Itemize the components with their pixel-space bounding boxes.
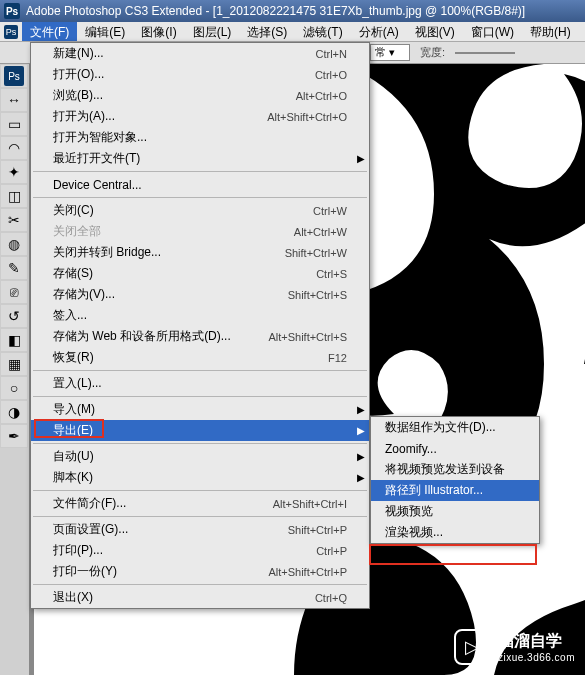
menu-image[interactable]: 图像(I) xyxy=(133,22,184,41)
options-dropdown[interactable]: 常 ▾ xyxy=(370,44,410,61)
submenu-arrow-icon: ▶ xyxy=(357,472,365,483)
menu-item-label: 存储为 Web 和设备所用格式(D)... xyxy=(53,328,231,345)
menu-ps-icon[interactable]: Ps xyxy=(0,22,22,41)
export-menu-item[interactable]: 将视频预览发送到设备 xyxy=(371,459,539,480)
crop-tool-icon[interactable]: ◫ xyxy=(0,184,28,208)
menu-shortcut: Ctrl+P xyxy=(316,545,347,557)
menu-shortcut: Alt+Ctrl+O xyxy=(296,90,347,102)
file-menu-item[interactable]: 新建(N)...Ctrl+N xyxy=(31,43,369,64)
file-menu-item[interactable]: 签入... xyxy=(31,305,369,326)
marquee-tool-icon[interactable]: ▭ xyxy=(0,112,28,136)
file-menu-item[interactable]: 文件简介(F)...Alt+Shift+Ctrl+I xyxy=(31,493,369,514)
menu-item-label: 打开为智能对象... xyxy=(53,129,147,146)
menu-view[interactable]: 视图(V) xyxy=(407,22,463,41)
watermark: ▷ 溜溜自学 zixue.3d66.com xyxy=(454,629,575,665)
move-tool-icon[interactable]: ↔ xyxy=(0,88,28,112)
menu-select[interactable]: 选择(S) xyxy=(239,22,295,41)
menu-file[interactable]: 文件(F) xyxy=(22,22,77,41)
titlebar: Ps Adobe Photoshop CS3 Extended - [1_201… xyxy=(0,0,585,22)
menu-item-label: 导入(M) xyxy=(53,401,95,418)
export-menu-item[interactable]: Zoomify... xyxy=(371,438,539,459)
file-menu-item[interactable]: 置入(L)... xyxy=(31,373,369,394)
menu-shortcut: Ctrl+Q xyxy=(315,592,347,604)
file-menu-item[interactable]: 存储(S)Ctrl+S xyxy=(31,263,369,284)
export-menu-item[interactable]: 渲染视频... xyxy=(371,522,539,543)
pen-tool-icon[interactable]: ✒ xyxy=(0,424,28,448)
file-menu-item[interactable]: 页面设置(G)...Shift+Ctrl+P xyxy=(31,519,369,540)
gradient-tool-icon[interactable]: ▦ xyxy=(0,352,28,376)
file-menu-item[interactable]: 关闭并转到 Bridge...Shift+Ctrl+W xyxy=(31,242,369,263)
blur-tool-icon[interactable]: ○ xyxy=(0,376,28,400)
file-menu-item[interactable]: 导入(M)▶ xyxy=(31,399,369,420)
menu-item-label: 导出(E) xyxy=(53,422,93,439)
file-dropdown: 新建(N)...Ctrl+N打开(O)...Ctrl+O浏览(B)...Alt+… xyxy=(30,42,370,609)
file-menu-item[interactable]: 关闭(C)Ctrl+W xyxy=(31,200,369,221)
file-menu-item[interactable]: 打开(O)...Ctrl+O xyxy=(31,64,369,85)
file-menu-item[interactable]: 打印(P)...Ctrl+P xyxy=(31,540,369,561)
menu-item-label: 存储(S) xyxy=(53,265,93,282)
menu-item-label: 打印一份(Y) xyxy=(53,563,117,580)
wand-tool-icon[interactable]: ✦ xyxy=(0,160,28,184)
history-tool-icon[interactable]: ↺ xyxy=(0,304,28,328)
menu-item-label: 关闭(C) xyxy=(53,202,94,219)
submenu-arrow-icon: ▶ xyxy=(357,425,365,436)
menu-edit[interactable]: 编辑(E) xyxy=(77,22,133,41)
menu-item-label: 自动(U) xyxy=(53,448,94,465)
menu-item-label: 签入... xyxy=(53,307,87,324)
menu-item-label: 关闭并转到 Bridge... xyxy=(53,244,161,261)
menu-item-label: 恢复(R) xyxy=(53,349,94,366)
file-menu-item[interactable]: 打开为(A)...Alt+Shift+Ctrl+O xyxy=(31,106,369,127)
file-menu-item[interactable]: Device Central... xyxy=(31,174,369,195)
menu-shortcut: Ctrl+W xyxy=(313,205,347,217)
export-submenu: 数据组作为文件(D)...Zoomify...将视频预览发送到设备路径到 Ill… xyxy=(370,416,540,544)
menu-analysis[interactable]: 分析(A) xyxy=(351,22,407,41)
width-input[interactable] xyxy=(455,52,515,54)
file-menu-item[interactable]: 自动(U)▶ xyxy=(31,446,369,467)
menu-item-label: 置入(L)... xyxy=(53,375,102,392)
file-menu-item[interactable]: 退出(X)Ctrl+Q xyxy=(31,587,369,608)
menu-shortcut: Alt+Ctrl+W xyxy=(294,226,347,238)
file-menu-item[interactable]: 存储为(V)...Shift+Ctrl+S xyxy=(31,284,369,305)
heal-tool-icon[interactable]: ◍ xyxy=(0,232,28,256)
menu-item-label: 打开(O)... xyxy=(53,66,104,83)
file-menu-item[interactable]: 打开为智能对象... xyxy=(31,127,369,148)
menubar: Ps 文件(F) 编辑(E) 图像(I) 图层(L) 选择(S) 滤镜(T) 分… xyxy=(0,22,585,42)
file-menu-item[interactable]: 最近打开文件(T)▶ xyxy=(31,148,369,169)
watermark-url: zixue.3d66.com xyxy=(498,652,575,663)
brush-tool-icon[interactable]: ✎ xyxy=(0,256,28,280)
slice-tool-icon[interactable]: ✂ xyxy=(0,208,28,232)
file-menu-item[interactable]: 导出(E)▶ xyxy=(31,420,369,441)
menu-window[interactable]: 窗口(W) xyxy=(463,22,522,41)
toolbox: Ps ↔ ▭ ◠ ✦ ◫ ✂ ◍ ✎ ⎚ ↺ ◧ ▦ ○ ◑ ✒ xyxy=(0,64,30,675)
file-menu-item: 关闭全部Alt+Ctrl+W xyxy=(31,221,369,242)
dodge-tool-icon[interactable]: ◑ xyxy=(0,400,28,424)
menu-item-label: 打印(P)... xyxy=(53,542,103,559)
menu-shortcut: Alt+Shift+Ctrl+S xyxy=(268,331,347,343)
file-menu-item[interactable]: 恢复(R)F12 xyxy=(31,347,369,368)
watermark-play-icon: ▷ xyxy=(454,629,490,665)
stamp-tool-icon[interactable]: ⎚ xyxy=(0,280,28,304)
file-menu-item[interactable]: 打印一份(Y)Alt+Shift+Ctrl+P xyxy=(31,561,369,582)
menu-layer[interactable]: 图层(L) xyxy=(185,22,240,41)
menu-item-label: 关闭全部 xyxy=(53,223,101,240)
eraser-tool-icon[interactable]: ◧ xyxy=(0,328,28,352)
export-menu-item[interactable]: 视频预览 xyxy=(371,501,539,522)
file-menu-item[interactable]: 存储为 Web 和设备所用格式(D)...Alt+Shift+Ctrl+S xyxy=(31,326,369,347)
lasso-tool-icon[interactable]: ◠ xyxy=(0,136,28,160)
menu-shortcut: Alt+Shift+Ctrl+P xyxy=(268,566,347,578)
menu-item-label: 存储为(V)... xyxy=(53,286,115,303)
title-text: Adobe Photoshop CS3 Extended - [1_201208… xyxy=(26,4,525,18)
export-menu-item: 数据组作为文件(D)... xyxy=(371,417,539,438)
menu-filter[interactable]: 滤镜(T) xyxy=(295,22,350,41)
toolbox-ps-icon[interactable]: Ps xyxy=(0,64,28,88)
submenu-arrow-icon: ▶ xyxy=(357,153,365,164)
file-menu-item[interactable]: 脚本(K)▶ xyxy=(31,467,369,488)
menu-shortcut: Alt+Shift+Ctrl+I xyxy=(273,498,347,510)
menu-item-label: 页面设置(G)... xyxy=(53,521,128,538)
menu-item-label: 浏览(B)... xyxy=(53,87,103,104)
menu-item-label: 脚本(K) xyxy=(53,469,93,486)
export-menu-item[interactable]: 路径到 Illustrator... xyxy=(371,480,539,501)
menu-shortcut: Shift+Ctrl+P xyxy=(288,524,347,536)
menu-help[interactable]: 帮助(H) xyxy=(522,22,579,41)
file-menu-item[interactable]: 浏览(B)...Alt+Ctrl+O xyxy=(31,85,369,106)
